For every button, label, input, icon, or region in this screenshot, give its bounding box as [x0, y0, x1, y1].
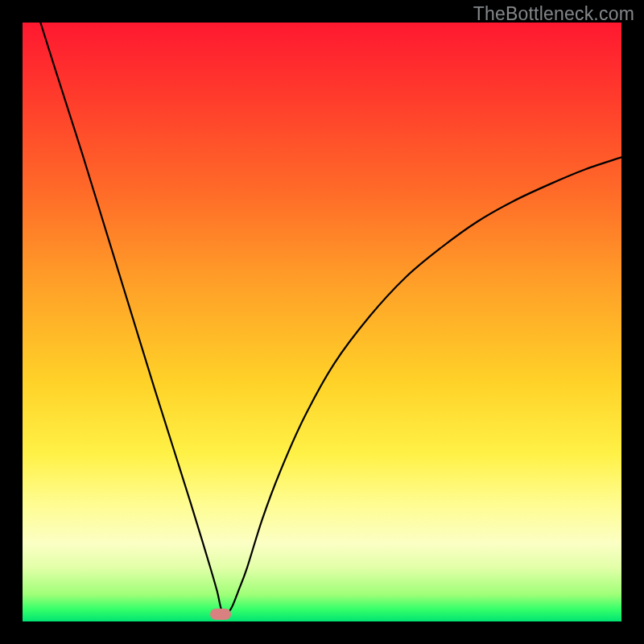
curve-layer [23, 23, 621, 621]
minimum-marker [210, 609, 231, 620]
chart-frame: TheBottleneck.com [0, 0, 644, 644]
watermark-text: TheBottleneck.com [473, 3, 634, 25]
bottleneck-curve [40, 23, 621, 614]
plot-area [23, 23, 621, 621]
